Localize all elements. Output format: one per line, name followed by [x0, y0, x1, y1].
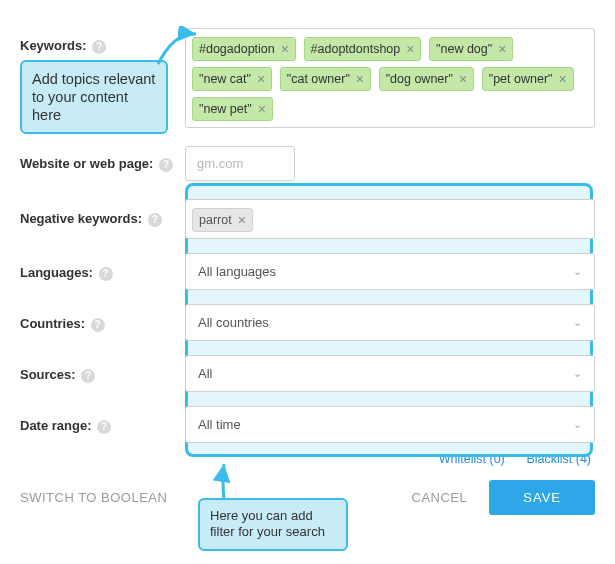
keyword-tag[interactable]: "new dog"×: [429, 37, 513, 61]
annotation-filters: Here you can add filter for your search: [198, 498, 348, 551]
close-icon[interactable]: ×: [356, 72, 364, 86]
tag-label: parrot: [199, 213, 232, 227]
negative-tag[interactable]: parrot×: [192, 208, 253, 232]
tag-label: "cat owner": [287, 72, 350, 86]
label-text: Sources:: [20, 367, 76, 382]
chevron-down-icon: ⌄: [573, 316, 582, 329]
chevron-down-icon: ⌄: [573, 418, 582, 431]
close-icon[interactable]: ×: [498, 42, 506, 56]
tag-label: "dog owner": [386, 72, 453, 86]
keyword-tag[interactable]: "cat owner"×: [280, 67, 371, 91]
daterange-select[interactable]: All time ⌄: [185, 406, 595, 443]
languages-row: Languages: ? All languages ⌄: [20, 253, 595, 290]
close-icon[interactable]: ×: [459, 72, 467, 86]
blacklist-link[interactable]: Blacklist (4): [526, 452, 591, 466]
countries-row: Countries: ? All countries ⌄: [20, 304, 595, 341]
countries-label: Countries: ?: [20, 304, 185, 332]
close-icon[interactable]: ×: [238, 213, 246, 227]
help-icon[interactable]: ?: [81, 369, 95, 383]
help-icon[interactable]: ?: [97, 420, 111, 434]
select-value: All: [198, 366, 212, 381]
keyword-tag[interactable]: #dogadoption×: [192, 37, 296, 61]
label-text: Keywords:: [20, 38, 86, 53]
daterange-row: Date range: ? All time ⌄: [20, 406, 595, 443]
annotation-text: Here you can add filter for your search: [210, 508, 325, 539]
tag-label: #dogadoption: [199, 42, 275, 56]
cancel-button[interactable]: CANCEL: [412, 490, 468, 505]
chevron-down-icon: ⌄: [573, 367, 582, 380]
annotation-text: Add topics relevant to your content here: [32, 71, 155, 123]
keyword-tag[interactable]: #adoptdontshop×: [304, 37, 422, 61]
whitelist-link[interactable]: Whitelist (0): [439, 452, 505, 466]
languages-label: Languages: ?: [20, 253, 185, 281]
help-icon[interactable]: ?: [92, 40, 106, 54]
sources-select[interactable]: All ⌄: [185, 355, 595, 392]
help-icon[interactable]: ?: [159, 158, 173, 172]
keywords-input[interactable]: #dogadoption× #adoptdontshop× "new dog"×…: [185, 28, 595, 128]
negative-label: Negative keywords: ?: [20, 199, 185, 227]
languages-select[interactable]: All languages ⌄: [185, 253, 595, 290]
label-text: Website or web page:: [20, 156, 153, 171]
switch-to-boolean-link[interactable]: SWITCH TO BOOLEAN: [20, 490, 167, 505]
tag-label: "pet owner": [489, 72, 553, 86]
daterange-label: Date range: ?: [20, 406, 185, 434]
website-input[interactable]: [185, 146, 295, 181]
label-text: Languages:: [20, 265, 93, 280]
help-icon[interactable]: ?: [99, 267, 113, 281]
website-label: Website or web page: ?: [20, 146, 185, 172]
keyword-tag[interactable]: "new pet"×: [192, 97, 273, 121]
tag-label: "new pet": [199, 102, 252, 116]
keyword-tag[interactable]: "new cat"×: [192, 67, 272, 91]
tag-label: "new dog": [436, 42, 492, 56]
keyword-tag[interactable]: "dog owner"×: [379, 67, 474, 91]
sources-label: Sources: ?: [20, 355, 185, 383]
website-row: Website or web page: ?: [20, 146, 595, 181]
close-icon[interactable]: ×: [257, 72, 265, 86]
help-icon[interactable]: ?: [148, 213, 162, 227]
list-links: Whitelist (0) Blacklist (4): [20, 451, 595, 466]
close-icon[interactable]: ×: [258, 102, 266, 116]
sources-row: Sources: ? All ⌄: [20, 355, 595, 392]
label-text: Date range:: [20, 418, 92, 433]
tag-label: #adoptdontshop: [311, 42, 401, 56]
close-icon[interactable]: ×: [559, 72, 567, 86]
keyword-tag[interactable]: "pet owner"×: [482, 67, 574, 91]
help-icon[interactable]: ?: [91, 318, 105, 332]
label-text: Negative keywords:: [20, 211, 142, 226]
select-value: All countries: [198, 315, 269, 330]
keywords-label: Keywords: ?: [20, 28, 185, 54]
countries-select[interactable]: All countries ⌄: [185, 304, 595, 341]
annotation-keywords: Add topics relevant to your content here: [20, 60, 168, 134]
select-value: All time: [198, 417, 241, 432]
close-icon[interactable]: ×: [281, 42, 289, 56]
chevron-down-icon: ⌄: [573, 265, 582, 278]
close-icon[interactable]: ×: [406, 42, 414, 56]
negative-input[interactable]: parrot×: [185, 199, 595, 239]
tag-label: "new cat": [199, 72, 251, 86]
negative-row: Negative keywords: ? parrot×: [20, 199, 595, 239]
label-text: Countries:: [20, 316, 85, 331]
select-value: All languages: [198, 264, 276, 279]
save-button[interactable]: SAVE: [489, 480, 595, 515]
